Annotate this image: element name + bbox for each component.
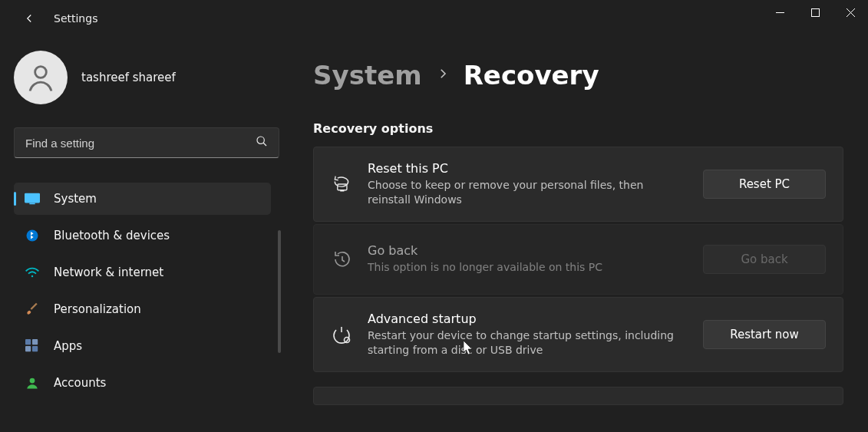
svg-point-5 xyxy=(27,230,38,242)
back-button[interactable] xyxy=(15,5,43,32)
maximize-button[interactable] xyxy=(797,0,833,25)
go-back-button: Go back xyxy=(703,245,826,274)
person-icon xyxy=(25,375,40,391)
card-title: Reset this PC xyxy=(368,161,688,176)
sidebar-item-personalization[interactable]: Personalization xyxy=(14,293,271,325)
card-description: Choose to keep or remove your personal f… xyxy=(368,178,688,207)
card-description: Restart your device to change startup se… xyxy=(368,328,688,358)
svg-rect-4 xyxy=(29,203,35,204)
sidebar-item-label: Accounts xyxy=(54,376,106,390)
section-heading: Recovery options xyxy=(313,121,843,136)
close-icon xyxy=(847,8,855,17)
sidebar-item-bluetooth[interactable]: Bluetooth & devices xyxy=(14,219,271,252)
svg-point-11 xyxy=(30,378,35,384)
sidebar-item-label: Network & internet xyxy=(54,265,163,279)
card-title: Go back xyxy=(368,243,688,258)
brush-icon xyxy=(25,302,40,317)
sidebar-item-label: Personalization xyxy=(54,302,141,316)
person-icon xyxy=(25,61,57,94)
breadcrumb-root[interactable]: System xyxy=(313,60,422,91)
sidebar-item-label: Bluetooth & devices xyxy=(54,229,170,242)
minimize-icon xyxy=(776,8,784,17)
minimize-button[interactable] xyxy=(762,0,797,25)
sidebar-item-system[interactable]: System xyxy=(14,183,271,215)
wifi-icon xyxy=(25,265,40,280)
window-controls xyxy=(762,0,868,25)
maximize-icon xyxy=(811,8,820,17)
svg-rect-10 xyxy=(32,346,38,351)
sidebar-item-label: System xyxy=(54,192,97,206)
search-icon xyxy=(256,135,268,150)
close-button[interactable] xyxy=(833,0,868,25)
svg-rect-0 xyxy=(811,8,819,16)
card-reset-pc: Reset this PC Choose to keep or remove y… xyxy=(313,147,843,222)
svg-point-2 xyxy=(257,137,264,143)
svg-point-1 xyxy=(35,67,47,78)
chevron-right-icon xyxy=(436,65,450,85)
svg-rect-12 xyxy=(338,184,347,190)
card-partial xyxy=(313,387,843,405)
reset-pc-button[interactable]: Reset PC xyxy=(703,170,826,199)
display-icon xyxy=(25,191,40,206)
svg-point-6 xyxy=(31,275,34,278)
svg-rect-3 xyxy=(25,193,40,203)
sidebar-item-apps[interactable]: Apps xyxy=(14,330,271,362)
apps-icon xyxy=(25,338,40,354)
breadcrumb-page: Recovery xyxy=(464,60,599,91)
svg-rect-13 xyxy=(340,190,344,192)
arrow-left-icon xyxy=(22,12,36,25)
sidebar-item-accounts[interactable]: Accounts xyxy=(14,367,271,399)
restart-now-button[interactable]: Restart now xyxy=(703,320,826,349)
history-icon xyxy=(331,249,352,270)
profile[interactable]: tashreef shareef xyxy=(14,51,279,104)
avatar xyxy=(14,51,68,104)
reset-pc-icon xyxy=(331,173,352,195)
sidebar-item-network[interactable]: Network & internet xyxy=(14,256,271,289)
svg-rect-9 xyxy=(25,346,31,351)
breadcrumb: System Recovery xyxy=(313,60,843,91)
svg-rect-8 xyxy=(32,339,38,345)
recovery-options-list: Reset this PC Choose to keep or remove y… xyxy=(313,147,843,405)
sidebar-scrollbar[interactable] xyxy=(278,230,281,353)
card-description: This option is no longer available on th… xyxy=(368,260,688,275)
nav-list: System Bluetooth & devices Network & int… xyxy=(14,183,279,399)
username: tashreef shareef xyxy=(81,71,176,84)
content-area: System Recovery Recovery options Reset t… xyxy=(292,37,868,432)
search-input[interactable] xyxy=(25,137,256,150)
card-advanced-startup: Advanced startup Restart your device to … xyxy=(313,297,843,372)
card-title: Advanced startup xyxy=(368,312,688,326)
window-title: Settings xyxy=(54,12,97,25)
search-box[interactable] xyxy=(14,127,279,158)
sidebar-item-label: Apps xyxy=(54,339,82,353)
titlebar: Settings xyxy=(0,0,868,37)
sidebar: tashreef shareef System Bluetooth & devi… xyxy=(0,37,292,432)
bluetooth-icon xyxy=(25,228,40,243)
svg-rect-7 xyxy=(25,339,31,345)
card-go-back: Go back This option is no longer availab… xyxy=(313,224,843,295)
advanced-startup-icon xyxy=(331,324,352,345)
